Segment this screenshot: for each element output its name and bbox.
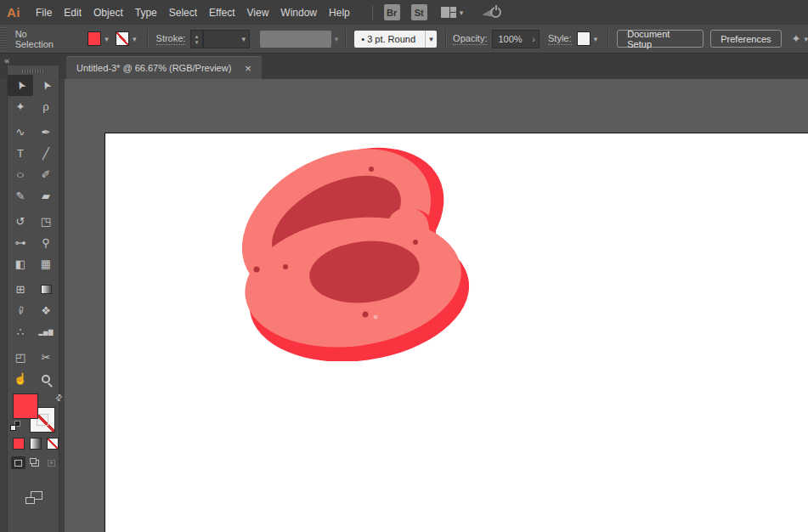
width-tool-icon: ⊶ (15, 237, 26, 248)
hand-tool[interactable]: ☝ (8, 368, 33, 389)
scale-tool[interactable]: ◳ (33, 211, 59, 232)
workspace-chevron-down-icon[interactable]: ▾ (460, 8, 464, 17)
menu-select[interactable]: Select (169, 5, 197, 20)
magic-wand-tool[interactable]: ✦ (8, 96, 33, 117)
eyedropper-tool[interactable]: ✑ (8, 300, 33, 321)
mesh-tool[interactable]: ⊞ (8, 279, 33, 300)
direct-selection-tool[interactable]: ➤ (33, 75, 59, 96)
document-setup-button[interactable]: Document Setup (617, 30, 703, 48)
pen-tool[interactable]: ✒ (33, 122, 59, 143)
none-button[interactable] (47, 438, 59, 450)
brush-definition-dropdown[interactable]: • 3 pt. Round (354, 31, 425, 48)
menu-bar: Ai FileEditObjectTypeSelectEffectViewWin… (0, 0, 808, 25)
divider (147, 29, 148, 49)
blend-tool[interactable]: ❖ (33, 300, 59, 321)
shape-builder-tool[interactable]: ◧ (8, 253, 33, 274)
gradient-tool-icon (41, 285, 52, 294)
perspective-grid-tool-icon: ▦ (41, 258, 51, 269)
variable-width-profile-dropdown (260, 31, 331, 48)
fill-chevron-down-icon[interactable]: ▾ (105, 35, 109, 43)
artboard-tool[interactable]: ◰ (8, 347, 33, 368)
draw-normal-button[interactable] (11, 456, 25, 469)
menu-window[interactable]: Window (280, 5, 317, 20)
lasso-tool[interactable]: ρ (33, 96, 59, 117)
touch-workspace-chevron-down-icon[interactable]: ▾ (804, 35, 808, 43)
rotate-tool[interactable]: ↺ (8, 211, 33, 232)
eraser-tool-icon: ▰ (42, 190, 50, 201)
pen-tool-icon: ✒ (42, 127, 51, 138)
fill-indicator-swatch[interactable] (13, 393, 38, 419)
control-bar-grip[interactable] (1, 27, 7, 51)
ellipse-tool[interactable]: ○ (8, 164, 33, 185)
menu-object[interactable]: Object (93, 5, 123, 20)
bridge-button[interactable]: Br (384, 4, 400, 20)
opacity-field[interactable]: 100% › (492, 30, 540, 48)
column-graph-tool-icon: ▂▅▇ (38, 329, 54, 335)
shaper-tool[interactable]: ✎ (8, 185, 33, 207)
gradient-tool[interactable] (33, 279, 59, 300)
brush-chevron-button[interactable]: ▾ (425, 31, 437, 48)
change-screen-mode-button[interactable] (25, 491, 42, 504)
style-chevron-down-icon[interactable]: ▾ (594, 35, 598, 43)
gradient-button[interactable] (30, 438, 42, 450)
opacity-label[interactable]: Opacity: (453, 33, 487, 45)
document-tab[interactable]: Untitled-3* @ 66.67% (RGB/Preview) × (66, 56, 262, 79)
stroke-width-chevron-down-icon[interactable]: ▾ (242, 35, 246, 43)
stepper-up-icon[interactable]: ▴ (195, 33, 199, 39)
brush-chevron-down-icon[interactable]: ▾ (429, 35, 433, 43)
opacity-value: 100% (498, 34, 522, 44)
stroke-chevron-down-icon[interactable]: ▾ (133, 35, 137, 43)
draw-behind-button[interactable] (28, 456, 42, 469)
menu-effect[interactable]: Effect (209, 5, 234, 20)
default-fill-stroke-icon[interactable] (10, 421, 20, 431)
ellipse-tool-icon: ○ (16, 169, 25, 180)
slice-tool[interactable]: ✂ (33, 347, 59, 368)
workspace-layout-icon[interactable] (441, 7, 456, 18)
rotate-tool-icon: ↺ (16, 216, 25, 227)
puppet-warp-tool[interactable]: ⚲ (33, 232, 59, 253)
stepper-down-icon[interactable]: ▾ (195, 39, 199, 45)
curvature-tool[interactable]: ∿ (8, 122, 33, 143)
direct-selection-tool-icon: ➤ (39, 79, 54, 93)
tools-grid: ➤➤✦ρ∿✒T╱○✐✎▰↺◳⊶⚲◧▦⊞✑❖∴▂▅▇◰✂☝ (8, 75, 59, 389)
menu-edit[interactable]: Edit (64, 5, 82, 20)
lid-dot (369, 167, 374, 172)
stroke-width-dropdown[interactable]: ▾ (203, 30, 250, 48)
menu-view[interactable]: View (247, 5, 269, 20)
menu-file[interactable]: File (36, 5, 52, 20)
line-segment-tool[interactable]: ╱ (33, 143, 59, 164)
profile-chevron-down-icon: ▾ (335, 35, 339, 43)
width-tool[interactable]: ⊶ (8, 232, 33, 253)
draw-inside-button (44, 456, 59, 469)
stroke-color-swatch[interactable] (116, 31, 129, 46)
stock-button[interactable]: St (411, 4, 427, 20)
type-tool[interactable]: T (8, 143, 33, 164)
menu-help[interactable]: Help (329, 5, 350, 20)
style-label[interactable]: Style: (548, 33, 572, 45)
column-graph-tool[interactable]: ▂▅▇ (33, 321, 59, 342)
line-segment-tool-icon: ╱ (42, 148, 49, 159)
stroke-label[interactable]: Stroke: (156, 33, 186, 45)
stroke-width-stepper[interactable]: ▴ ▾ (190, 30, 202, 48)
preferences-button[interactable]: Preferences (710, 30, 781, 48)
eyedropper-tool-icon: ✑ (14, 305, 27, 316)
blend-tool-icon: ❖ (41, 305, 51, 316)
color-mode-row (13, 438, 59, 450)
power-icon[interactable] (490, 7, 501, 18)
symbol-sprayer-tool[interactable]: ∴ (8, 321, 33, 342)
touch-workspace-icon[interactable]: ✦ (792, 32, 801, 45)
opacity-arrow-icon[interactable]: › (532, 34, 535, 44)
illustrator-window: Ai FileEditObjectTypeSelectEffectViewWin… (0, 0, 808, 532)
selection-tool[interactable]: ➤ (8, 75, 33, 96)
perspective-grid-tool[interactable]: ▦ (33, 253, 59, 274)
menu-type[interactable]: Type (135, 5, 157, 20)
style-swatch[interactable] (577, 31, 590, 46)
fill-color-swatch[interactable] (88, 31, 101, 46)
eraser-tool[interactable]: ▰ (33, 185, 59, 207)
paintbrush-tool[interactable]: ✐ (33, 164, 59, 185)
panel-grip-handle[interactable] (22, 69, 44, 73)
magic-wand-tool-icon: ✦ (16, 101, 25, 112)
zoom-tool[interactable] (33, 368, 59, 389)
color-button[interactable] (13, 438, 25, 450)
tab-close-icon[interactable]: × (245, 64, 251, 73)
